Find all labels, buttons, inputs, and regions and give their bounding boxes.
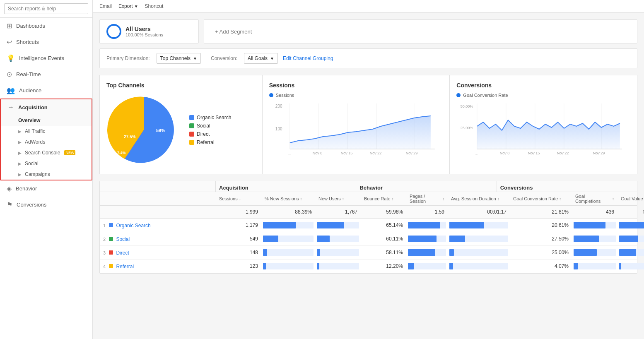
- row-pct-new-bar: [261, 232, 315, 245]
- svg-text:27.5%: 27.5%: [124, 135, 135, 139]
- table-row: 2 Social 549 60.11% 27.50%: [100, 232, 637, 246]
- totals-duration: 00:01:17: [448, 206, 510, 218]
- row-duration-bar: [448, 260, 510, 273]
- col-duration[interactable]: Avg. Session Duration ↕: [448, 192, 510, 205]
- totals-row: 1,999 88.39% 1,767 59.98% 1.59 00:01:17 …: [100, 206, 637, 219]
- table-group-headers: Acquisition Behavior Conversions: [100, 181, 637, 192]
- sidebar-item-searchconsole[interactable]: ▶ Search Console NEW: [1, 147, 92, 158]
- row-sessions: 123: [216, 260, 261, 272]
- legend-label-referral: Referral: [197, 139, 215, 145]
- col-pct-new-label: % New Sessions: [265, 196, 299, 201]
- behavior-group-header: Behavior: [356, 181, 497, 192]
- segment-info: All Users 100.00% Sessions: [125, 26, 163, 37]
- channel-link[interactable]: Referral: [116, 264, 134, 269]
- legend-item-social: Social: [189, 123, 231, 129]
- segment-bar: All Users 100.00% Sessions + Add Segment: [99, 19, 637, 43]
- legend-dot-referral: [189, 140, 194, 145]
- edit-channel-grouping-link[interactable]: Edit Channel Grouping: [283, 55, 333, 61]
- row-new-users-bar: [315, 219, 361, 232]
- channel-link[interactable]: Organic Search: [116, 223, 150, 228]
- content-area: All Users 100.00% Sessions + Add Segment…: [93, 13, 644, 280]
- row-goal-conv: 4.07%: [510, 260, 572, 272]
- row-bounce: 65.14%: [361, 219, 406, 231]
- table-body: 1 Organic Search 1,179 65.14% 20.61%: [100, 219, 637, 273]
- legend-label-social: Social: [197, 123, 210, 129]
- acquisition-icon: →: [7, 103, 14, 111]
- row-goal-value-bar: [617, 260, 644, 273]
- email-button[interactable]: Email: [99, 3, 112, 9]
- sidebar-item-campaigns[interactable]: ▶ Campaigns: [1, 169, 92, 180]
- conversions-panel: Conversions Goal Conversion Rate 50.00% …: [450, 75, 637, 174]
- sidebar-item-realtime[interactable]: ⊙ Real-Time: [0, 66, 92, 82]
- conversions-icon: ⚑: [7, 201, 12, 209]
- sidebar-item-behavior[interactable]: ◈ Behavior: [0, 180, 92, 197]
- svg-text:...: ...: [288, 151, 291, 155]
- main-content: Email Export ▼ Shortcut All Users 100.00…: [93, 0, 644, 339]
- dimension-row: Primary Dimension: Top Channels ▼ Conver…: [99, 48, 637, 68]
- svg-text:Nov 8: Nov 8: [500, 151, 510, 155]
- row-duration-bar: [448, 246, 510, 259]
- export-label: Export: [118, 3, 133, 9]
- sessions-legend-label: Sessions: [276, 93, 294, 98]
- search-input[interactable]: [4, 3, 88, 14]
- sidebar-item-social[interactable]: ▶ Social: [1, 158, 92, 169]
- top-channels-title: Top Channels: [106, 82, 256, 89]
- pie-container: 59% 27.5% 7.4% Organic Search Social: [106, 93, 256, 167]
- row-num: 2: [103, 237, 106, 242]
- col-pages-label: Pages / Session: [410, 194, 441, 204]
- sidebar-item-dashboards[interactable]: ⊞ Dashboards: [0, 18, 92, 34]
- top-channels-panel: Top Channels 59% 27.5%: [100, 75, 263, 174]
- col-sessions[interactable]: Sessions ↓: [216, 192, 261, 205]
- sidebar-item-shortcuts[interactable]: ↩ Shortcuts: [0, 34, 92, 50]
- col-channel: [100, 192, 216, 205]
- svg-text:200: 200: [275, 104, 282, 108]
- sidebar-item-conversions[interactable]: ⚑ Conversions: [0, 197, 92, 213]
- channel-link[interactable]: Direct: [116, 250, 129, 256]
- channel-cell: 4 Referral: [100, 260, 216, 273]
- row-goal-conv: 27.50%: [510, 233, 572, 245]
- sidebar-label-behavior: Behavior: [16, 185, 37, 192]
- pie-legend: Organic Search Social Direct Referr: [189, 115, 231, 145]
- sidebar-item-overview[interactable]: Overview: [1, 115, 92, 126]
- row-goal-value-bar: [617, 246, 644, 259]
- top-channels-dropdown[interactable]: Top Channels ▼: [157, 53, 201, 64]
- sidebar-item-alltraffic[interactable]: ▶ All Traffic: [1, 126, 92, 137]
- col-goal-conv-label: Goal Conversion Rate: [513, 196, 558, 201]
- audience-icon: 👥: [7, 87, 15, 94]
- totals-pct-new: 88.39%: [261, 206, 315, 218]
- col-goal-value[interactable]: Goal Value ↕: [617, 192, 644, 205]
- col-new-users[interactable]: New Users ↕: [315, 192, 361, 205]
- svg-text:Nov 8: Nov 8: [313, 151, 323, 155]
- behavior-icon: ◈: [7, 185, 12, 192]
- row-bounce-bar: [406, 232, 448, 245]
- add-segment-label: + Add Segment: [215, 29, 252, 35]
- sidebar-item-intelligence[interactable]: 💡 Intelligence Events: [0, 50, 92, 66]
- sidebar-label-adwords: AdWords: [25, 139, 45, 145]
- segment-subtitle: 100.00% Sessions: [125, 32, 163, 37]
- col-pages[interactable]: Pages / Session ↕: [406, 192, 448, 205]
- sidebar-item-acquisition[interactable]: → Acquisition: [1, 99, 92, 115]
- all-users-segment[interactable]: All Users 100.00% Sessions: [99, 19, 199, 43]
- sidebar-label-intelligence: Intelligence Events: [19, 55, 64, 61]
- dashboards-icon: ⊞: [7, 22, 12, 30]
- shortcut-button[interactable]: Shortcut: [145, 3, 164, 9]
- col-pct-new[interactable]: % New Sessions ↕: [261, 192, 315, 205]
- all-goals-value: All Goals: [248, 55, 268, 61]
- svg-text:Nov 29: Nov 29: [593, 151, 605, 155]
- col-bounce[interactable]: Bounce Rate ↕: [361, 192, 406, 205]
- sidebar-item-audience[interactable]: 👥 Audience: [0, 82, 92, 99]
- realtime-icon: ⊙: [7, 70, 12, 78]
- col-goal-conv[interactable]: Goal Conversion Rate ↕: [510, 192, 572, 205]
- row-goal-value-bar: [617, 232, 644, 245]
- svg-text:Nov 15: Nov 15: [341, 151, 353, 155]
- col-pages-sort: ↕: [442, 197, 444, 201]
- all-goals-dropdown[interactable]: All Goals ▼: [244, 53, 278, 64]
- sidebar-item-adwords[interactable]: ▶ AdWords: [1, 137, 92, 147]
- legend-label-direct: Direct: [197, 131, 210, 137]
- add-segment-button[interactable]: + Add Segment: [204, 19, 637, 43]
- totals-goal-comp: 436: [572, 206, 617, 218]
- channel-link[interactable]: Social: [116, 236, 130, 242]
- sessions-legend: Sessions: [269, 93, 443, 98]
- col-goal-comp[interactable]: Goal Completions ↕: [572, 192, 617, 205]
- export-button[interactable]: Export ▼: [118, 3, 138, 9]
